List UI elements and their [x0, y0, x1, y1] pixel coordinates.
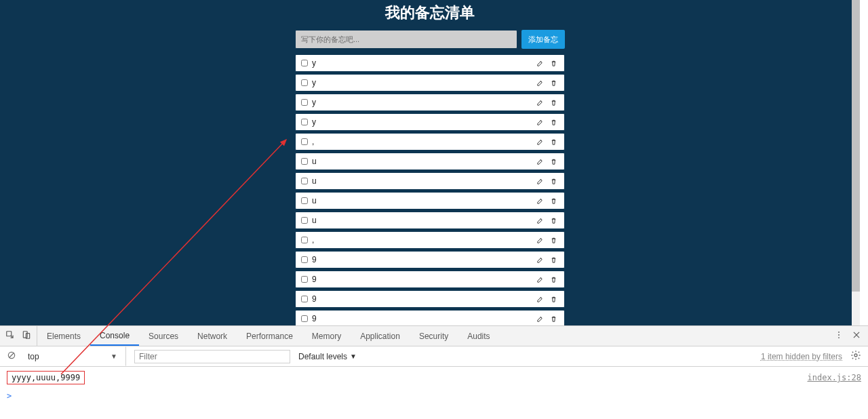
log-levels-selector[interactable]: Default levels ▼ — [298, 352, 357, 361]
console-log-row: yyyy,uuuu,9999 index.js:28 — [7, 371, 861, 384]
todo-checkbox[interactable] — [301, 99, 308, 106]
input-row: 添加备忘 — [295, 30, 565, 49]
svg-line-11 — [9, 353, 14, 358]
todo-checkbox[interactable] — [301, 138, 308, 145]
delete-icon[interactable] — [548, 176, 559, 186]
console-filter-input[interactable] — [134, 350, 290, 363]
edit-icon[interactable] — [534, 58, 545, 68]
inspect-element-icon[interactable] — [5, 330, 15, 342]
delete-icon[interactable] — [548, 156, 559, 167]
app-viewport: 我的备忘清单 添加备忘 yyyy,uuuu,9999 — [0, 0, 860, 325]
devtools-panel: ElementsConsoleSourcesNetworkPerformance… — [0, 325, 868, 419]
todo-text: 9 — [312, 294, 532, 304]
todo-checkbox[interactable] — [301, 276, 308, 283]
edit-icon[interactable] — [534, 235, 545, 245]
devtools-tab-performance[interactable]: Performance — [237, 326, 302, 346]
todo-checkbox[interactable] — [301, 79, 308, 86]
delete-icon[interactable] — [548, 136, 559, 147]
todo-item: y — [295, 113, 565, 131]
todo-text: u — [312, 216, 532, 225]
edit-icon[interactable] — [534, 117, 545, 127]
todo-item: , — [295, 133, 565, 151]
edit-icon[interactable] — [534, 274, 545, 285]
devtools-tab-audits[interactable]: Audits — [458, 326, 499, 346]
delete-icon[interactable] — [548, 313, 559, 324]
devtools-menu-icon[interactable] — [834, 330, 844, 342]
todo-text: , — [312, 137, 532, 146]
console-log-source[interactable]: index.js:28 — [808, 373, 861, 382]
todo-text: u — [312, 176, 532, 186]
delete-icon[interactable] — [548, 235, 559, 245]
todo-checkbox[interactable] — [301, 119, 308, 125]
edit-icon[interactable] — [534, 215, 545, 226]
edit-icon[interactable] — [534, 156, 545, 167]
todo-checkbox[interactable] — [301, 178, 308, 184]
edit-icon[interactable] — [534, 176, 545, 186]
delete-icon[interactable] — [548, 294, 559, 304]
delete-icon[interactable] — [548, 117, 559, 127]
todo-checkbox[interactable] — [301, 296, 308, 302]
edit-icon[interactable] — [534, 136, 545, 147]
todo-checkbox[interactable] — [301, 158, 308, 165]
edit-icon[interactable] — [534, 195, 545, 206]
todo-list: yyyy,uuuu,9999 — [295, 54, 565, 325]
scrollbar-thumb[interactable] — [852, 0, 860, 292]
svg-point-5 — [838, 332, 840, 333]
todo-item: 9 — [295, 271, 565, 288]
context-selector[interactable]: top ▼ — [24, 346, 126, 366]
edit-icon[interactable] — [534, 77, 545, 88]
memo-input[interactable] — [295, 30, 517, 49]
todo-text: 9 — [312, 314, 532, 323]
todo-item: , — [295, 231, 565, 249]
todo-text: y — [312, 98, 532, 107]
clear-console-icon[interactable] — [7, 351, 16, 362]
devtools-tab-application[interactable]: Application — [351, 326, 410, 346]
todo-item: 9 — [295, 310, 565, 325]
todo-item: y — [295, 54, 565, 72]
svg-point-6 — [838, 334, 840, 336]
add-memo-button[interactable]: 添加备忘 — [521, 30, 565, 49]
chevron-down-icon: ▼ — [350, 353, 357, 360]
todo-text: y — [312, 117, 532, 127]
todo-item: u — [295, 192, 565, 210]
devtools-tab-network[interactable]: Network — [188, 326, 237, 346]
page-title: 我的备忘清单 — [295, 0, 565, 30]
todo-checkbox[interactable] — [301, 256, 308, 263]
console-settings-icon[interactable] — [850, 350, 861, 363]
console-prompt[interactable]: > — [7, 391, 861, 401]
devtools-tab-security[interactable]: Security — [410, 326, 458, 346]
device-toggle-icon[interactable] — [22, 330, 31, 342]
todo-item: y — [295, 94, 565, 111]
todo-checkbox[interactable] — [301, 197, 308, 204]
hidden-by-filters[interactable]: 1 item hidden by filters — [761, 352, 842, 361]
devtools-tab-console[interactable]: Console — [90, 326, 139, 346]
delete-icon[interactable] — [548, 97, 559, 108]
delete-icon[interactable] — [548, 274, 559, 285]
delete-icon[interactable] — [548, 215, 559, 226]
todo-checkbox[interactable] — [301, 60, 308, 66]
todo-text: , — [312, 235, 532, 245]
svg-rect-3 — [23, 332, 27, 338]
todo-checkbox[interactable] — [301, 217, 308, 224]
console-body: yyyy,uuuu,9999 index.js:28 > — [0, 367, 868, 419]
delete-icon[interactable] — [548, 195, 559, 206]
todo-checkbox[interactable] — [301, 237, 308, 243]
edit-icon[interactable] — [534, 97, 545, 108]
delete-icon[interactable] — [548, 254, 559, 265]
devtools-tabbar: ElementsConsoleSourcesNetworkPerformance… — [0, 326, 868, 346]
edit-icon[interactable] — [534, 254, 545, 265]
delete-icon[interactable] — [548, 77, 559, 88]
todo-app: 我的备忘清单 添加备忘 yyyy,uuuu,9999 — [295, 0, 565, 325]
todo-checkbox[interactable] — [301, 315, 308, 322]
levels-label: Default levels — [298, 352, 347, 361]
todo-item: u — [295, 153, 565, 170]
devtools-tab-sources[interactable]: Sources — [139, 326, 188, 346]
devtools-close-icon[interactable] — [852, 330, 861, 342]
edit-icon[interactable] — [534, 294, 545, 304]
edit-icon[interactable] — [534, 313, 545, 324]
delete-icon[interactable] — [548, 58, 559, 68]
devtools-tab-memory[interactable]: Memory — [302, 326, 351, 346]
devtools-tab-elements[interactable]: Elements — [37, 326, 90, 346]
scrollbar-track[interactable] — [852, 0, 860, 325]
todo-item: 9 — [295, 290, 565, 308]
